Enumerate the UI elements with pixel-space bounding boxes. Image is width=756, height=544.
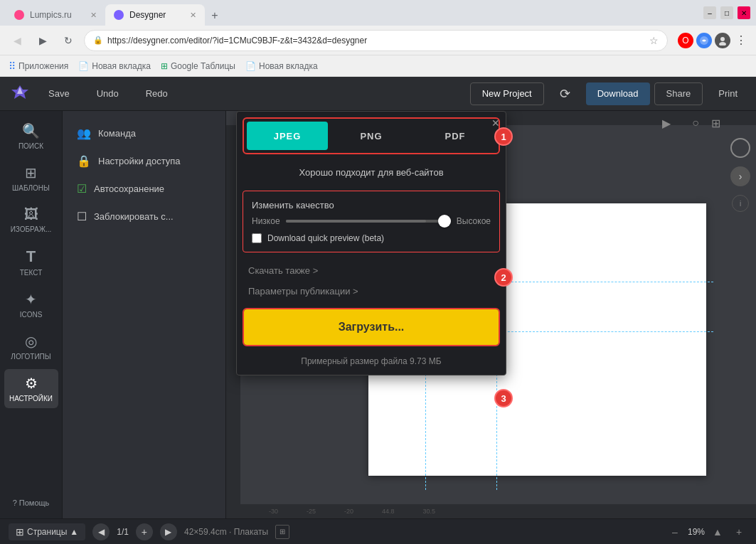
save-button[interactable]: Save	[37, 82, 81, 105]
right-circle-2[interactable]: ›	[730, 166, 750, 186]
maximize-button[interactable]: □	[720, 6, 733, 19]
prev-page-button[interactable]: ◀	[92, 523, 110, 540]
add-page-button[interactable]: +	[136, 523, 153, 540]
upload-button-section: Загрузить...	[243, 308, 500, 346]
next-arrow-icon: ▶	[165, 527, 171, 537]
bookmark-newtab1-label: Новая вкладка	[92, 61, 151, 71]
slider-thumb[interactable]	[438, 215, 451, 228]
undo-button[interactable]: Undo	[85, 82, 130, 105]
sidebar-item-icons[interactable]: ✦ ICONS	[4, 285, 58, 324]
sidebar-item-logos[interactable]: ◎ ЛОГОТИПЫ	[4, 327, 58, 366]
preview-checkbox-row: Download quick preview (beta)	[252, 233, 491, 243]
forward-button[interactable]: ▶	[33, 31, 53, 50]
svg-point-2	[719, 42, 726, 46]
close-button[interactable]: ✕	[738, 6, 750, 19]
tab-desygner[interactable]: Desygner ✕	[105, 4, 205, 26]
help-label: ? Помощь	[13, 498, 50, 507]
tab-lumpics[interactable]: Lumpics.ru ✕	[6, 4, 105, 26]
sidebar-icons-label: ICONS	[20, 311, 43, 319]
close-panel-button[interactable]: ✕	[491, 117, 500, 129]
prev-arrow-icon: ◀	[98, 527, 105, 537]
lock-icon: 🔒	[93, 36, 103, 45]
tab-lumpics-close[interactable]: ✕	[90, 11, 97, 20]
right-circle-3[interactable]: i	[732, 195, 749, 212]
zoom-in-button[interactable]: +	[730, 523, 747, 540]
upload-button[interactable]: Загрузить...	[244, 309, 499, 345]
address-text: https://desygner.com/editor/?id=1CMuC9BJ…	[107, 36, 645, 46]
bookmark-newtab1[interactable]: 📄 Новая вкладка	[78, 61, 151, 71]
settings-access[interactable]: 🔒 Настройки доступа	[71, 147, 217, 175]
next-page-button[interactable]: ▶	[160, 523, 177, 540]
tab-desygner-close[interactable]: ✕	[190, 11, 196, 20]
back-button[interactable]: ◀	[7, 31, 27, 50]
more-button[interactable]: ⋮	[733, 33, 749, 48]
grid-icon[interactable]: ⊞	[711, 117, 720, 130]
quality-slider[interactable]	[286, 220, 451, 223]
bookmark-gsheets[interactable]: ⊞ Google Таблицы	[161, 61, 235, 71]
refresh-button[interactable]: ↻	[58, 31, 78, 50]
bookmark-gsheets-label: Google Таблицы	[171, 61, 235, 71]
sidebar-item-settings[interactable]: ⚙ НАСТРОЙКИ	[4, 369, 58, 408]
fit-button[interactable]: ⊞	[275, 525, 289, 539]
format-tabs: JPEG PNG PDF	[244, 119, 499, 153]
also-download[interactable]: Скачать также >	[237, 258, 506, 283]
bookmark-newtab2[interactable]: 📄 Новая вкладка	[245, 61, 318, 71]
ext-icon-2[interactable]	[696, 33, 712, 48]
sidebar-item-images[interactable]: 🖼 ИЗОБРАЖ...	[4, 201, 58, 239]
bookmark-apps[interactable]: ⠿ Приложения	[9, 60, 68, 72]
preview-checkbox-label: Download quick preview (beta)	[267, 233, 384, 243]
desygner-favicon	[114, 10, 124, 20]
file-size: Примерный размер файла 9.73 МБ	[237, 351, 506, 375]
browser-titlebar: Lumpics.ru ✕ Desygner ✕ + – □ ✕	[0, 0, 756, 26]
svg-point-1	[720, 37, 725, 41]
sidebar-item-templates[interactable]: ⊞ ШАБЛОНЫ	[4, 159, 58, 198]
zoom-controls: – 19% ▲ +	[666, 523, 747, 540]
user-avatar[interactable]	[715, 33, 730, 48]
settings-autosave[interactable]: ☑ Автосохранение	[71, 175, 217, 203]
browser-tabs: Lumpics.ru ✕ Desygner ✕ +	[6, 0, 225, 26]
sidebar-images-label: ИЗОБРАЖ...	[11, 225, 52, 233]
format-png[interactable]: PNG	[331, 122, 412, 150]
history-button[interactable]: ⟳	[548, 82, 582, 105]
sidebar-help[interactable]: ? Помощь	[4, 493, 58, 513]
browser-bookmarks: ⠿ Приложения 📄 Новая вкладка ⊞ Google Та…	[0, 55, 756, 77]
download-button[interactable]: Download	[586, 82, 650, 105]
redo-button[interactable]: Redo	[134, 82, 179, 105]
new-project-button[interactable]: New Project	[470, 82, 544, 105]
browser-toolbar: ◀ ▶ ↻ 🔒 https://desygner.com/editor/?id=…	[0, 26, 756, 55]
print-button[interactable]: Print	[707, 82, 749, 105]
pages-icon: ⊞	[16, 526, 24, 538]
ext-icon-1[interactable]: O	[678, 33, 693, 48]
settings-block[interactable]: ☐ Заблокировать с...	[71, 203, 217, 230]
settings-access-label: Настройки доступа	[98, 156, 181, 166]
zoom-arrow-button[interactable]: ▲	[709, 523, 726, 540]
tab-lumpics-label: Lumpics.ru	[30, 10, 72, 20]
publish-params[interactable]: Параметры публикации >	[237, 283, 506, 304]
settings-team[interactable]: 👥 Команда	[71, 119, 217, 147]
canvas-size-info: 42×59.4cm · Плакаты	[184, 527, 268, 537]
right-circle-1[interactable]	[730, 138, 750, 158]
preview-checkbox-input[interactable]	[252, 233, 262, 243]
badge-1: 1	[494, 127, 513, 146]
bookmark-star[interactable]: ☆	[649, 35, 659, 46]
sidebar-item-search[interactable]: 🔍 ПОИСК	[4, 117, 58, 156]
apps-grid-icon: ⠿	[9, 60, 16, 72]
app-container: Save Undo Redo New Project ⟳ Download Sh…	[0, 77, 756, 544]
sidebar-item-text[interactable]: T ТЕКСТ	[4, 242, 58, 282]
browser-frame: Lumpics.ru ✕ Desygner ✕ + – □ ✕ ◀ ▶ ↻ 🔒 …	[0, 0, 756, 544]
team-icon: 👥	[77, 127, 91, 140]
right-arrow-icon[interactable]: ▶	[662, 117, 671, 130]
sidebar-text-label: ТЕКСТ	[20, 269, 43, 277]
zoom-out-button[interactable]: –	[666, 523, 683, 540]
slider-fill	[286, 220, 426, 223]
logos-icon: ◎	[25, 333, 37, 350]
share-button[interactable]: Share	[654, 82, 703, 105]
new-tab-button[interactable]: +	[205, 6, 225, 26]
address-bar[interactable]: 🔒 https://desygner.com/editor/?id=1CMuC9…	[84, 30, 668, 51]
format-jpeg[interactable]: JPEG	[247, 122, 328, 150]
templates-icon: ⊞	[25, 164, 37, 181]
pages-button[interactable]: ⊞ Страницы ▲	[9, 523, 85, 540]
circle-icon[interactable]: ○	[692, 117, 699, 129]
format-pdf[interactable]: PDF	[415, 122, 496, 150]
minimize-button[interactable]: –	[703, 6, 716, 19]
